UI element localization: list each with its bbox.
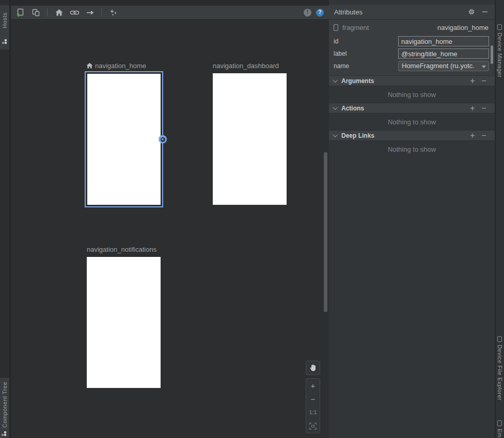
name-field-dropdown[interactable]: HomeFragment (ru.yotc. xyxy=(398,61,489,71)
actions-section-header[interactable]: Actions + − xyxy=(329,103,495,113)
deep-link-icon xyxy=(70,8,80,17)
chevron-expanded-icon xyxy=(333,132,338,137)
auto-arrange-button[interactable] xyxy=(107,7,119,18)
help-icon[interactable]: ? xyxy=(316,9,324,17)
arguments-section-title: Arguments xyxy=(341,77,467,85)
navigation-editor-window: Hosts Component Tree Code Split xyxy=(0,0,504,438)
zoom-out-button[interactable]: − xyxy=(306,392,320,405)
add-action-button[interactable] xyxy=(84,7,96,18)
arguments-empty-text: Nothing to show xyxy=(388,91,436,99)
issues-indicator-icon[interactable]: ! xyxy=(304,9,311,17)
left-toolwindow-strip: Hosts Component Tree xyxy=(0,0,9,438)
actions-empty-state: Nothing to show xyxy=(329,114,495,130)
zoom-to-fit-button[interactable] xyxy=(306,419,320,433)
deep-links-remove-button[interactable]: − xyxy=(478,132,490,140)
attributes-panel-header: Attributes xyxy=(329,5,495,20)
fragment-home-action-handle[interactable] xyxy=(159,135,167,143)
attr-row-name: name HomeFragment (ru.yotc. xyxy=(329,61,495,71)
id-field-input[interactable] xyxy=(398,36,489,46)
toolbar-divider xyxy=(47,8,48,17)
home-icon xyxy=(55,8,64,17)
emulator-tab-label: Emulator xyxy=(497,429,503,438)
label-field-label: label xyxy=(334,48,346,59)
arguments-remove-button[interactable]: − xyxy=(478,77,490,85)
canvas-vertical-scrollbar[interactable] xyxy=(324,152,327,312)
fragment-home-preview[interactable] xyxy=(87,74,161,205)
nested-graph-button[interactable] xyxy=(30,7,41,18)
hand-icon xyxy=(309,364,317,372)
attr-row-id: id xyxy=(329,36,495,46)
editor-top-strip xyxy=(11,0,329,6)
right-toolwindow-strip: Gradle Device Manager Device File Explor… xyxy=(496,0,504,438)
assign-start-destination-button[interactable] xyxy=(53,7,65,18)
arguments-empty-state: Nothing to show xyxy=(329,87,495,103)
fragment-icon xyxy=(334,24,338,31)
zoom-actual-size-button[interactable]: 1:1 xyxy=(306,406,320,419)
id-field-label: id xyxy=(334,36,338,46)
fragment-notifications-id: navigation_notifications xyxy=(87,246,156,253)
nav-editor-toolbar: ! ? xyxy=(11,6,329,20)
chevron-expanded-icon xyxy=(333,77,338,83)
chevron-expanded-icon xyxy=(333,105,338,110)
deep-link-button[interactable] xyxy=(69,7,80,18)
actions-remove-button[interactable]: − xyxy=(478,104,490,112)
name-field-label: name xyxy=(334,61,349,71)
actions-empty-text: Nothing to show xyxy=(388,118,436,126)
gradle-tab[interactable]: Gradle xyxy=(496,0,504,17)
fragment-dashboard-id: navigation_dashboard xyxy=(213,62,279,70)
fragment-notifications-label: navigation_notifications xyxy=(87,246,156,253)
deep-links-empty-state: Nothing to show xyxy=(329,141,495,157)
component-id-value: navigation_home xyxy=(369,24,489,31)
deep-links-section-header[interactable]: Deep Links + − xyxy=(329,130,495,141)
actions-add-button[interactable]: + xyxy=(467,104,478,112)
auto-arrange-icon xyxy=(108,8,118,18)
panel-hide-button[interactable] xyxy=(480,7,490,17)
hosts-tab-label: Hosts xyxy=(2,12,8,28)
start-destination-home-icon xyxy=(86,62,93,69)
panel-scrollbar[interactable] xyxy=(491,45,493,64)
fragment-notifications-preview[interactable] xyxy=(87,257,161,388)
fragment-dashboard-preview[interactable] xyxy=(213,73,287,205)
device-file-explorer-tab-label: Device File Explorer xyxy=(497,345,503,400)
arguments-section-header[interactable]: Arguments + − xyxy=(329,75,495,86)
component-tree-tab-label: Component Tree xyxy=(2,382,8,428)
device-manager-icon xyxy=(497,24,502,30)
fragment-home-id: navigation_home xyxy=(95,62,146,70)
arguments-add-button[interactable]: + xyxy=(467,77,478,85)
attr-row-label: label xyxy=(329,48,495,59)
component-tree-icon xyxy=(2,431,7,436)
toolbar-divider xyxy=(101,8,102,17)
chevron-down-icon xyxy=(482,66,486,68)
new-destination-button[interactable] xyxy=(14,7,26,18)
deep-links-empty-text: Nothing to show xyxy=(388,145,436,153)
fragment-dashboard-label: navigation_dashboard xyxy=(213,62,279,70)
zoom-control-group: + − 1:1 xyxy=(306,378,320,433)
deep-links-add-button[interactable]: + xyxy=(467,132,478,140)
panel-settings-button[interactable] xyxy=(467,7,476,17)
pan-button[interactable] xyxy=(306,361,320,375)
action-arrow-icon xyxy=(86,8,94,17)
device-file-explorer-icon xyxy=(497,336,502,342)
device-manager-tab-label: Device Manager xyxy=(497,33,503,77)
minimize-icon xyxy=(482,9,488,15)
gear-icon xyxy=(468,8,475,15)
deep-links-section-title: Deep Links xyxy=(341,132,467,139)
name-field-value: HomeFragment (ru.yotc. xyxy=(402,62,475,70)
hosts-tab[interactable]: Hosts xyxy=(0,5,9,50)
component-tree-tab[interactable]: Component Tree xyxy=(0,378,9,438)
attributes-panel-title: Attributes xyxy=(334,8,363,16)
fragment-home-selection-frame[interactable] xyxy=(85,71,163,207)
nested-graph-icon xyxy=(32,8,40,17)
selected-component-row: fragment navigation_home xyxy=(329,23,495,32)
nav-graph-canvas[interactable]: navigation_home navigation_dashboard nav… xyxy=(11,20,327,438)
new-destination-icon xyxy=(16,8,25,17)
attributes-panel: Attributes fragment navigat xyxy=(329,0,495,438)
component-type-label: fragment xyxy=(342,24,369,31)
zoom-in-button[interactable]: + xyxy=(306,379,320,392)
zoom-to-fit-icon xyxy=(309,423,317,430)
label-field-input[interactable] xyxy=(398,48,489,59)
fragment-home-label: navigation_home xyxy=(86,62,146,70)
hosts-icon xyxy=(2,39,8,44)
emulator-icon xyxy=(497,420,502,426)
actions-section-title: Actions xyxy=(341,105,467,112)
